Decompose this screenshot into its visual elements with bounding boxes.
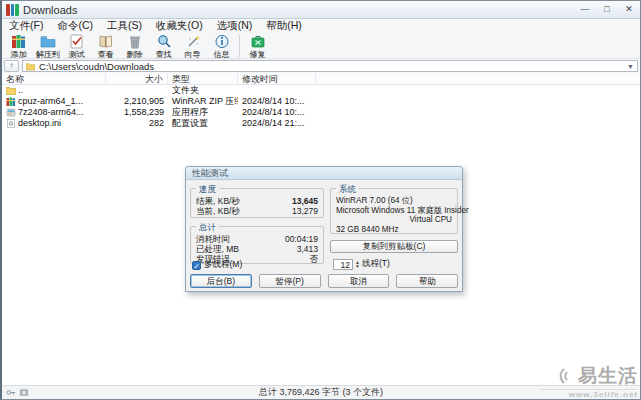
wizard-button[interactable]: 向导 <box>178 34 207 61</box>
find-button[interactable]: 查找 <box>149 34 178 61</box>
screen: Downloads — □ ✕ 文件(F) 命令(C) 工具(S) 收藏夹(O)… <box>0 0 641 400</box>
file-modified: 2024/8/14 21:... <box>238 118 316 129</box>
toolbar: 添加 解压到 测试 查看 删除 查找 <box>2 33 640 59</box>
system-group: 系统 WinRAR 7.00 (64 位) Microsoft Windows … <box>330 188 458 234</box>
menu-file[interactable]: 文件(F) <box>2 19 50 33</box>
copy-to-clipboard-button[interactable]: 复制到剪贴板(C) <box>330 240 458 253</box>
titlebar: Downloads — □ ✕ <box>2 1 640 19</box>
column-header-modified[interactable]: 修改时间 <box>238 73 316 84</box>
file-modified: 2024/8/14 10:... <box>238 96 316 107</box>
file-name: desktop.ini <box>18 118 61 129</box>
table-row[interactable]: cpuz-arm64_1... 2,210,905 WinRAR ZIP 压缩.… <box>2 96 640 107</box>
menu-favorites[interactable]: 收藏夹(O) <box>149 19 210 33</box>
folder-icon <box>26 62 35 71</box>
address-bar: ↑ C:\Users\coudn\Downloads ▼ <box>2 59 640 73</box>
ini-file-icon <box>6 119 16 128</box>
processed-value: 3,413 <box>297 244 318 254</box>
processed-label: 已处理, MB <box>196 244 239 254</box>
view-button[interactable]: 查看 <box>91 34 120 61</box>
errors-value: 否 <box>310 254 319 264</box>
pause-button[interactable]: 暂停(P) <box>259 274 321 288</box>
multithread-label: 多线程(M) <box>204 259 242 271</box>
multithread-row: ✓ 多线程(M) <box>192 259 242 271</box>
threads-stepper[interactable]: ▲▼ <box>355 260 360 269</box>
menu-help[interactable]: 帮助(H) <box>259 19 309 33</box>
help-button[interactable]: 帮助 <box>396 274 458 288</box>
speed-result-value: 13,645 <box>292 196 318 206</box>
file-name: .. <box>18 85 23 96</box>
add-button[interactable]: 添加 <box>4 34 33 61</box>
system-group-label: 系统 <box>336 184 359 196</box>
extract-to-button[interactable]: 解压到 <box>33 34 62 61</box>
dialog-title[interactable]: 性能测试 <box>186 167 462 180</box>
spin-down-icon[interactable]: ▼ <box>355 264 360 269</box>
speed-result-label: 结果, KB/秒 <box>196 196 240 206</box>
info-button[interactable]: 信息 <box>207 34 236 61</box>
system-line: Virtual CPU <box>341 215 452 224</box>
toolbar-separator <box>239 35 240 57</box>
chevron-down-icon[interactable]: ▼ <box>627 63 634 70</box>
winrar-logo-icon <box>6 4 19 16</box>
threads-label: 线程(T) <box>362 258 390 270</box>
window-title: Downloads <box>23 4 77 16</box>
cancel-button[interactable]: 取消 <box>328 274 390 288</box>
file-size: 2,210,905 <box>106 96 168 107</box>
extract-to-icon <box>40 34 56 49</box>
benchmark-dialog: 性能测试 速度 结果, KB/秒13,645 当前, KB/秒13,279 系统… <box>185 166 463 292</box>
file-type: 应用程序 <box>168 107 238 118</box>
file-modified: 2024/8/14 10:... <box>238 107 316 118</box>
threads-row: 12 ▲▼ 线程(T) <box>333 258 390 270</box>
table-row[interactable]: 7z2408-arm64... 1,558,239 应用程序 2024/8/14… <box>2 107 640 118</box>
table-row[interactable]: desktop.ini 282 配置设置 2024/8/14 21:... <box>2 118 640 129</box>
menu-tools[interactable]: 工具(S) <box>100 19 149 33</box>
file-size: 282 <box>106 118 168 129</box>
watermark-brand: 易生活 <box>578 363 638 389</box>
delete-icon <box>127 34 143 49</box>
column-header-name[interactable]: 名称 <box>2 73 106 84</box>
list-header: 名称 大小 类型 修改时间 <box>2 73 640 85</box>
total-group-label: 总计 <box>196 222 219 234</box>
repair-button[interactable]: 修复 <box>243 34 272 61</box>
delete-button[interactable]: 删除 <box>120 34 149 61</box>
elapsed-value: 00:04:19 <box>285 234 318 244</box>
menu-commands[interactable]: 命令(C) <box>50 19 100 33</box>
close-button[interactable]: ✕ <box>622 4 636 16</box>
test-archive-icon <box>69 34 85 49</box>
system-line: 32 GB 8440 MHz <box>336 225 447 234</box>
address-path: C:\Users\coudn\Downloads <box>39 61 154 72</box>
menubar: 文件(F) 命令(C) 工具(S) 收藏夹(O) 选项(N) 帮助(H) <box>2 19 640 33</box>
speed-current-value: 13,279 <box>292 206 318 216</box>
threads-input[interactable]: 12 <box>333 259 353 270</box>
watermark-url: www.3elife.net <box>541 389 638 399</box>
background-button[interactable]: 后台(B) <box>190 274 252 288</box>
system-line: WinRAR 7.00 (64 位) <box>336 196 447 205</box>
watermark-logo-icon <box>555 365 577 387</box>
maximize-button[interactable]: □ <box>600 4 614 16</box>
file-size: 1,558,239 <box>106 107 168 118</box>
file-type: 配置设置 <box>168 118 238 129</box>
multithread-checkbox[interactable]: ✓ <box>192 261 201 270</box>
up-folder-button[interactable]: ↑ <box>4 60 19 72</box>
column-header-size[interactable]: 大小 <box>106 73 168 84</box>
speed-current-label: 当前, KB/秒 <box>196 206 240 216</box>
folder-up-icon <box>6 86 16 95</box>
application-icon <box>6 108 16 117</box>
add-archive-icon <box>11 34 27 49</box>
zip-archive-icon <box>6 97 16 106</box>
file-name: cpuz-arm64_1... <box>18 96 83 107</box>
minimize-button[interactable]: — <box>578 4 592 16</box>
test-button[interactable]: 测试 <box>62 34 91 61</box>
repair-icon <box>250 34 266 49</box>
column-header-type[interactable]: 类型 <box>168 73 238 84</box>
menu-options[interactable]: 选项(N) <box>210 19 260 33</box>
dialog-buttons: 后台(B) 暂停(P) 取消 帮助 <box>190 274 458 288</box>
table-row[interactable]: .. 文件夹 <box>2 85 640 96</box>
address-combobox[interactable]: C:\Users\coudn\Downloads ▼ <box>22 60 638 72</box>
speed-group: 速度 结果, KB/秒13,645 当前, KB/秒13,279 <box>190 188 324 218</box>
find-icon <box>156 34 172 49</box>
elapsed-label: 消耗时间 <box>196 234 230 244</box>
file-type: WinRAR ZIP 压缩... <box>168 96 238 107</box>
file-type: 文件夹 <box>168 85 238 96</box>
file-name: 7z2408-arm64... <box>18 107 84 118</box>
view-file-icon <box>98 34 114 49</box>
